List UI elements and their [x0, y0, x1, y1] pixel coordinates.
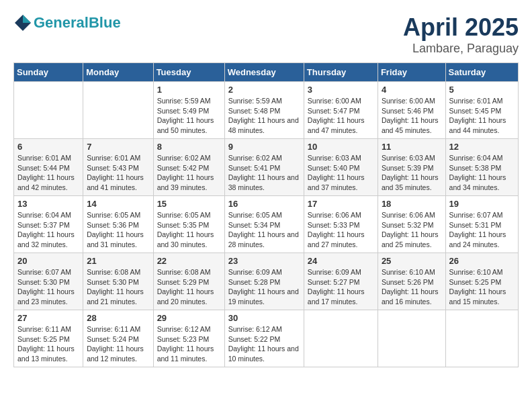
day-info: Sunrise: 6:11 AMSunset: 5:24 PMDaylight:…	[87, 324, 149, 364]
calendar-cell: 20Sunrise: 6:07 AMSunset: 5:30 PMDayligh…	[14, 253, 83, 310]
day-number: 9	[228, 142, 300, 152]
calendar-cell	[378, 310, 445, 367]
day-number: 11	[382, 142, 442, 152]
calendar-cell: 1Sunrise: 5:59 AMSunset: 5:49 PMDaylight…	[153, 82, 224, 139]
day-info: Sunrise: 6:05 AMSunset: 5:34 PMDaylight:…	[228, 210, 300, 250]
day-number: 10	[308, 142, 374, 152]
calendar-cell: 22Sunrise: 6:08 AMSunset: 5:29 PMDayligh…	[153, 253, 224, 310]
calendar-cell: 7Sunrise: 6:01 AMSunset: 5:43 PMDaylight…	[83, 139, 153, 196]
weekday-row: SundayMondayTuesdayWednesdayThursdayFrid…	[14, 63, 519, 82]
day-number: 27	[17, 313, 79, 323]
day-info: Sunrise: 6:01 AMSunset: 5:44 PMDaylight:…	[17, 153, 79, 193]
svg-marker-1	[23, 15, 31, 23]
day-number: 2	[228, 85, 300, 95]
day-info: Sunrise: 6:05 AMSunset: 5:36 PMDaylight:…	[87, 210, 149, 250]
day-info: Sunrise: 6:01 AMSunset: 5:43 PMDaylight:…	[87, 153, 149, 193]
day-number: 29	[157, 313, 221, 323]
day-info: Sunrise: 6:06 AMSunset: 5:33 PMDaylight:…	[308, 210, 374, 250]
day-info: Sunrise: 6:07 AMSunset: 5:30 PMDaylight:…	[17, 267, 79, 307]
calendar-subtitle: Lambare, Paraguay	[403, 42, 519, 56]
calendar-week-4: 20Sunrise: 6:07 AMSunset: 5:30 PMDayligh…	[14, 253, 519, 310]
calendar-cell: 24Sunrise: 6:09 AMSunset: 5:27 PMDayligh…	[304, 253, 378, 310]
calendar-cell	[304, 310, 378, 367]
day-info: Sunrise: 6:02 AMSunset: 5:42 PMDaylight:…	[157, 153, 221, 193]
calendar-cell: 21Sunrise: 6:08 AMSunset: 5:30 PMDayligh…	[83, 253, 153, 310]
calendar-cell: 19Sunrise: 6:07 AMSunset: 5:31 PMDayligh…	[445, 196, 518, 253]
day-info: Sunrise: 6:10 AMSunset: 5:25 PMDaylight:…	[449, 267, 515, 307]
day-number: 4	[382, 85, 442, 95]
title-block: April 2025 Lambare, Paraguay	[403, 13, 519, 56]
weekday-header-thursday: Thursday	[304, 63, 378, 82]
calendar-cell: 14Sunrise: 6:05 AMSunset: 5:36 PMDayligh…	[83, 196, 153, 253]
day-number: 26	[449, 256, 515, 266]
day-info: Sunrise: 6:02 AMSunset: 5:41 PMDaylight:…	[228, 153, 300, 193]
calendar-cell: 18Sunrise: 6:06 AMSunset: 5:32 PMDayligh…	[378, 196, 445, 253]
calendar-header: SundayMondayTuesdayWednesdayThursdayFrid…	[14, 63, 519, 82]
day-number: 6	[17, 142, 79, 152]
weekday-header-saturday: Saturday	[445, 63, 518, 82]
day-number: 3	[308, 85, 374, 95]
logo-text: GeneralBlue	[34, 15, 121, 31]
day-number: 14	[87, 199, 149, 209]
calendar-cell: 28Sunrise: 6:11 AMSunset: 5:24 PMDayligh…	[83, 310, 153, 367]
weekday-header-sunday: Sunday	[14, 63, 83, 82]
day-info: Sunrise: 6:08 AMSunset: 5:29 PMDaylight:…	[157, 267, 221, 307]
calendar-title: April 2025	[403, 13, 519, 42]
day-info: Sunrise: 6:05 AMSunset: 5:35 PMDaylight:…	[157, 210, 221, 250]
day-number: 23	[228, 256, 300, 266]
day-number: 8	[157, 142, 221, 152]
calendar-cell: 4Sunrise: 6:00 AMSunset: 5:46 PMDaylight…	[378, 82, 445, 139]
weekday-header-tuesday: Tuesday	[153, 63, 224, 82]
calendar-cell: 25Sunrise: 6:10 AMSunset: 5:26 PMDayligh…	[378, 253, 445, 310]
day-info: Sunrise: 6:11 AMSunset: 5:25 PMDaylight:…	[17, 324, 79, 364]
day-number: 28	[87, 313, 149, 323]
day-number: 5	[449, 85, 515, 95]
logo-blue: Blue	[89, 14, 121, 31]
calendar-cell: 10Sunrise: 6:03 AMSunset: 5:40 PMDayligh…	[304, 139, 378, 196]
day-info: Sunrise: 6:12 AMSunset: 5:23 PMDaylight:…	[157, 324, 221, 364]
calendar-cell: 6Sunrise: 6:01 AMSunset: 5:44 PMDaylight…	[14, 139, 83, 196]
day-info: Sunrise: 6:09 AMSunset: 5:27 PMDaylight:…	[308, 267, 374, 307]
calendar-cell: 27Sunrise: 6:11 AMSunset: 5:25 PMDayligh…	[14, 310, 83, 367]
calendar-cell	[83, 82, 153, 139]
day-number: 18	[382, 199, 442, 209]
calendar-body: 1Sunrise: 5:59 AMSunset: 5:49 PMDaylight…	[14, 82, 519, 367]
day-number: 1	[157, 85, 221, 95]
calendar-table: SundayMondayTuesdayWednesdayThursdayFrid…	[13, 62, 519, 367]
calendar-cell: 11Sunrise: 6:03 AMSunset: 5:39 PMDayligh…	[378, 139, 445, 196]
day-info: Sunrise: 6:03 AMSunset: 5:39 PMDaylight:…	[382, 153, 442, 193]
day-number: 20	[17, 256, 79, 266]
weekday-header-wednesday: Wednesday	[224, 63, 304, 82]
day-number: 7	[87, 142, 149, 152]
calendar-week-3: 13Sunrise: 6:04 AMSunset: 5:37 PMDayligh…	[14, 196, 519, 253]
calendar-cell	[445, 310, 518, 367]
calendar-cell: 15Sunrise: 6:05 AMSunset: 5:35 PMDayligh…	[153, 196, 224, 253]
day-number: 19	[449, 199, 515, 209]
calendar-week-5: 27Sunrise: 6:11 AMSunset: 5:25 PMDayligh…	[14, 310, 519, 367]
day-info: Sunrise: 6:10 AMSunset: 5:26 PMDaylight:…	[382, 267, 442, 307]
calendar-cell: 2Sunrise: 5:59 AMSunset: 5:48 PMDaylight…	[224, 82, 304, 139]
logo-icon	[13, 13, 32, 32]
calendar-cell: 30Sunrise: 6:12 AMSunset: 5:22 PMDayligh…	[224, 310, 304, 367]
day-info: Sunrise: 6:09 AMSunset: 5:28 PMDaylight:…	[228, 267, 300, 307]
day-info: Sunrise: 6:12 AMSunset: 5:22 PMDaylight:…	[228, 324, 300, 364]
day-info: Sunrise: 6:07 AMSunset: 5:31 PMDaylight:…	[449, 210, 515, 250]
calendar-cell: 17Sunrise: 6:06 AMSunset: 5:33 PMDayligh…	[304, 196, 378, 253]
calendar-cell: 5Sunrise: 6:01 AMSunset: 5:45 PMDaylight…	[445, 82, 518, 139]
day-number: 21	[87, 256, 149, 266]
day-number: 16	[228, 199, 300, 209]
calendar-cell: 26Sunrise: 6:10 AMSunset: 5:25 PMDayligh…	[445, 253, 518, 310]
logo: GeneralBlue	[13, 13, 121, 32]
day-info: Sunrise: 6:04 AMSunset: 5:37 PMDaylight:…	[17, 210, 79, 250]
weekday-header-monday: Monday	[83, 63, 153, 82]
calendar-week-2: 6Sunrise: 6:01 AMSunset: 5:44 PMDaylight…	[14, 139, 519, 196]
calendar-cell: 9Sunrise: 6:02 AMSunset: 5:41 PMDaylight…	[224, 139, 304, 196]
calendar-cell: 23Sunrise: 6:09 AMSunset: 5:28 PMDayligh…	[224, 253, 304, 310]
page-header: GeneralBlue April 2025 Lambare, Paraguay	[13, 13, 519, 56]
day-info: Sunrise: 6:01 AMSunset: 5:45 PMDaylight:…	[449, 96, 515, 136]
calendar-week-1: 1Sunrise: 5:59 AMSunset: 5:49 PMDaylight…	[14, 82, 519, 139]
weekday-header-friday: Friday	[378, 63, 445, 82]
day-info: Sunrise: 6:00 AMSunset: 5:47 PMDaylight:…	[308, 96, 374, 136]
day-number: 13	[17, 199, 79, 209]
day-info: Sunrise: 5:59 AMSunset: 5:48 PMDaylight:…	[228, 96, 300, 136]
